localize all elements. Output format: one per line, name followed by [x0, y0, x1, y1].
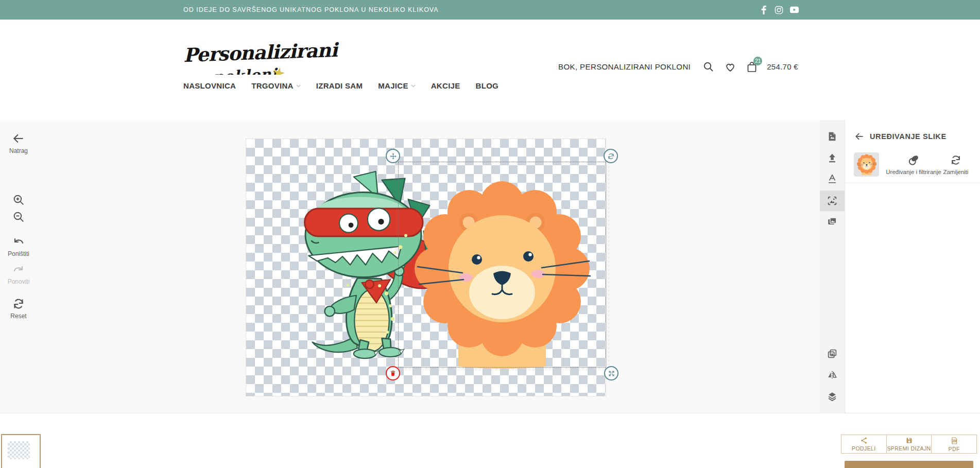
pdf-button[interactable]: PDF PDF	[931, 435, 976, 453]
facebook-icon[interactable]	[759, 6, 768, 14]
customizer-page: OD IDEJE DO SAVRŠENOG UNIKATNOG POKLONA …	[0, 0, 980, 468]
design-actions: PODJELI SPREMI DIZAJN PDF PDF	[841, 435, 977, 454]
panel-divider	[845, 183, 980, 183]
undo-icon	[12, 236, 25, 248]
add-image-icon	[827, 131, 838, 142]
undo-button[interactable]: Poništiti	[4, 236, 33, 257]
upload-icon	[827, 152, 838, 164]
cart-bag-icon[interactable]: 21	[745, 60, 759, 74]
back-label: Natrag	[4, 147, 33, 154]
duplicate-icon	[827, 348, 838, 359]
rotate-handle-icon	[607, 152, 615, 160]
filter-icon	[907, 154, 920, 166]
design-canvas[interactable]	[246, 138, 606, 396]
selected-image-thumbnail[interactable]	[854, 152, 879, 177]
layers-tool[interactable]	[820, 386, 845, 407]
flip-tool[interactable]	[820, 365, 845, 385]
pdf-label: PDF	[949, 446, 960, 452]
delete-trash-icon	[389, 370, 397, 377]
share-icon	[860, 437, 868, 444]
edit-image-tool[interactable]	[820, 190, 845, 211]
add-image-tool[interactable]	[820, 126, 845, 147]
panel-title: UREĐIVANJE SLIKE	[870, 132, 947, 141]
bottom-bar: PODJELI SPREMI DIZAJN PDF PDF DODAJ U KO…	[0, 413, 980, 468]
duplicate-tool[interactable]	[820, 343, 845, 364]
zoom-in-button[interactable]	[4, 194, 33, 206]
delete-handle[interactable]	[386, 366, 400, 380]
move-handle-icon	[389, 152, 397, 160]
replace-label: Zamijeniti	[927, 169, 980, 175]
youtube-icon[interactable]	[790, 6, 799, 14]
panel-back-icon[interactable]	[854, 131, 865, 142]
redo-icon	[12, 264, 25, 276]
zoom-in-icon	[12, 194, 25, 206]
save-design-button[interactable]: SPREMI DIZAJN	[886, 435, 932, 453]
nav-item-izradi-sam[interactable]: IZRADI SAM	[316, 81, 363, 90]
svg-text:PDF: PDF	[952, 440, 956, 442]
announcement-text: OD IDEJE DO SAVRŠENOG UNIKATNOG POKLONA …	[183, 0, 439, 20]
resize-handle[interactable]	[604, 366, 618, 380]
share-button[interactable]: PODJELI	[841, 435, 886, 453]
search-icon[interactable]	[702, 60, 715, 74]
reset-label: Reset	[4, 313, 33, 320]
upload-tool[interactable]	[820, 148, 845, 168]
thumbnail-canvas-preview	[8, 441, 30, 459]
nav-item-akcije[interactable]: AKCIJE	[431, 81, 460, 90]
resize-handle-icon	[608, 370, 615, 377]
zoom-out-icon	[12, 211, 25, 223]
save-label: SPREMI DIZAJN	[887, 445, 931, 452]
save-icon	[905, 437, 913, 444]
add-text-icon	[827, 173, 838, 184]
cart-total[interactable]: 254.70 €	[767, 62, 798, 71]
swap-icon	[950, 154, 962, 166]
cart-count-badge: 21	[753, 57, 762, 65]
gallery-tool[interactable]	[820, 211, 845, 232]
nav-item-naslovnica[interactable]: NASLOVNICA	[183, 81, 236, 90]
announcement-bar: OD IDEJE DO SAVRŠENOG UNIKATNOG POKLONA …	[0, 0, 980, 20]
add-text-tool[interactable]	[820, 168, 845, 189]
logo-text-line1: Personalizirani	[183, 39, 337, 66]
nav-item-majice[interactable]: MAJICE	[378, 81, 415, 90]
chevron-down-icon	[411, 84, 416, 88]
design-page-thumbnail[interactable]	[1, 434, 41, 468]
nav-item-blog[interactable]: BLOG	[476, 81, 499, 90]
editor-sidebar	[820, 120, 845, 413]
main-navigation: NASLOVNICA TRGOVINA IZRADI SAM MAJICE AK…	[0, 75, 980, 120]
site-header: Personalizirani pokloni ★ BOK, PERSONALI…	[0, 20, 980, 75]
nav-item-trgovina[interactable]: TRGOVINA	[251, 81, 301, 90]
selection-box	[398, 162, 606, 368]
replace-option[interactable]: Zamijeniti	[927, 154, 980, 175]
reset-icon	[12, 297, 25, 310]
flip-icon	[827, 369, 838, 380]
redo-label: Ponoviti	[4, 278, 33, 285]
lion-thumbnail-art	[856, 154, 878, 176]
back-arrow-icon	[12, 132, 25, 145]
social-links	[759, 0, 799, 20]
instagram-icon[interactable]	[775, 6, 783, 14]
redo-button[interactable]: Ponoviti	[4, 264, 33, 285]
image-edit-panel: UREĐIVANJE SLIKE Uređivanje i filtriranj…	[845, 120, 980, 413]
reset-button[interactable]: Reset	[4, 297, 33, 320]
zoom-out-button[interactable]	[4, 211, 33, 223]
chevron-down-icon	[296, 84, 301, 88]
add-to-cart-button[interactable]: DODAJ U KOŠARICU	[845, 461, 973, 468]
undo-label: Poništiti	[4, 250, 33, 257]
rotate-handle[interactable]	[604, 149, 618, 163]
gallery-icon	[827, 216, 838, 227]
share-label: PODJELI	[852, 445, 876, 452]
layers-icon	[827, 391, 838, 402]
back-button[interactable]: Natrag	[4, 132, 33, 154]
account-greeting[interactable]: BOK, PERSONALIZIRANI POKLONI	[558, 62, 691, 71]
wishlist-heart-icon[interactable]	[724, 60, 737, 74]
move-handle[interactable]	[386, 149, 400, 163]
pdf-icon: PDF	[950, 437, 958, 445]
edit-image-icon	[827, 195, 838, 206]
